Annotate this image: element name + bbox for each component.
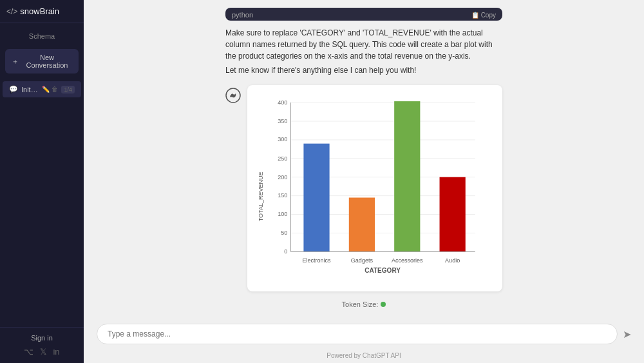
app-title: snowBrain [20,6,59,16]
bar-audio [440,177,466,252]
bar-gadgets [349,198,375,252]
svg-text:200: 200 [278,174,287,181]
copy-icon: 📋 [471,12,479,19]
schema-label: Schema [0,27,84,45]
svg-text:100: 100 [278,211,287,217]
x-axis-label: CATEGORY [365,268,401,275]
chat-count: 1/4 [61,86,75,93]
new-conversation-label: New Conversation [22,54,72,69]
assistant-avatar [225,88,241,103]
message-input[interactable] [97,324,618,344]
x-label-gadgets: Gadgets [351,258,374,264]
chat-item-label: Initial Chat [21,86,39,93]
code-language-label: python [232,11,253,19]
token-size-indicator [381,302,386,307]
bar-accessories [394,102,420,252]
edit-icon[interactable]: ✏️ [42,86,50,93]
sidebar-footer: Sign in ⌥ 𝕏 in [0,327,84,363]
token-size-label: Token Size: [342,300,379,308]
chart-message: 0 50 100 150 200 250 300 [225,85,502,291]
x-label-accessories: Accessories [392,258,423,264]
social-icons: ⌥ 𝕏 in [24,347,59,357]
x-label-audio: Audio [445,258,460,264]
chart-card: 0 50 100 150 200 250 300 [247,85,502,291]
input-row: ➤ [84,319,644,349]
sign-in-button[interactable]: Sign in [31,334,53,342]
svg-text:0: 0 [284,249,287,255]
sidebar: </> snowBrain Schema ＋ New Conversation … [0,0,84,363]
text-message-1: Make sure to replace 'CATEGORY' and 'TOT… [225,27,502,79]
chat-area: python 📋 Copy import pandas as pd import… [84,0,644,319]
text-message-1-content: Make sure to replace 'CATEGORY' and 'TOT… [225,27,502,62]
code-block: python 📋 Copy import pandas as pd import… [225,8,502,21]
chat-list: 💬 Initial Chat ✏️ 🗑 1/4 [0,77,84,327]
code-block-header: python 📋 Copy [225,8,502,21]
svg-text:50: 50 [281,230,287,237]
copy-label: Copy [481,12,496,19]
bar-chart: 0 50 100 150 200 250 300 [255,93,495,281]
y-axis-label: TOTAL_REVENUE [258,172,264,222]
chat-item-actions: ✏️ 🗑 [42,86,58,93]
delete-icon[interactable]: 🗑 [52,86,58,93]
text-message-2-content: Let me know if there's anything else I c… [225,64,502,76]
svg-text:300: 300 [278,137,287,143]
plus-icon: ＋ [12,57,19,66]
copy-button[interactable]: 📋 Copy [471,12,496,19]
powered-by-label: Powered by ChatGPT API [84,349,644,363]
svg-text:150: 150 [278,192,287,199]
x-label-electronics: Electronics [302,258,331,264]
send-icon: ➤ [623,329,631,340]
chat-icon: 💬 [9,85,18,93]
code-icon: </> [6,7,17,16]
bar-electronics [303,144,329,252]
twitter-icon[interactable]: 𝕏 [40,347,46,357]
main-panel: python 📋 Copy import pandas as pd import… [84,0,644,363]
github-icon[interactable]: ⌥ [24,347,33,357]
svg-text:400: 400 [278,100,287,106]
token-size-row: Token Size: [97,298,631,311]
svg-text:250: 250 [278,155,287,162]
app-logo: </> snowBrain [0,0,84,23]
linkedin-icon[interactable]: in [53,347,59,357]
send-button[interactable]: ➤ [623,328,631,340]
chat-list-item[interactable]: 💬 Initial Chat ✏️ 🗑 1/4 [3,81,81,97]
new-conversation-button[interactable]: ＋ New Conversation [5,49,79,74]
svg-text:350: 350 [278,119,287,125]
